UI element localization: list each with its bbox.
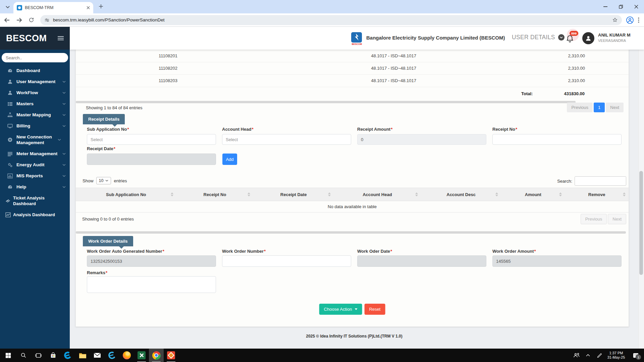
task-view-icon [35,353,42,358]
mail-button[interactable] [90,349,105,362]
sidebar-item-help[interactable]: Help [0,181,70,192]
chevron-down-icon [62,81,66,83]
receipt-no-input[interactable] [492,134,622,145]
sidebar-item-user-management[interactable]: User Management [0,76,70,87]
remarks-textarea[interactable] [87,276,216,293]
microsoft-store-button[interactable] [46,349,60,362]
bookmark-star-icon[interactable] [612,17,618,23]
notification-count-badge: 899 [570,31,578,36]
address-bar[interactable]: bescom.trm.ieasybill.com/PSanction/Power… [40,15,622,25]
site-settings-icon[interactable] [44,17,50,23]
work-order-amount-input[interactable] [492,255,622,267]
window-restore-button[interactable] [613,0,629,13]
work-order-amount-label: Work Order Amount* [492,249,536,254]
user-details-menu[interactable]: USER DETAILS [512,34,565,41]
plus-circle-icon [7,137,13,142]
sidebar-item-analysis-dashboard[interactable]: Analysis Dashboard [0,209,70,220]
sidebar-item-master-mapping[interactable]: Master Mapping [0,109,70,120]
menu-kebab-icon[interactable] [638,17,639,23]
form-actions: Choose Action Reset [319,304,385,315]
folder-icon [79,352,87,359]
sidebar-item-mis-reports[interactable]: MIS Reports [0,170,70,181]
sidebar-item-dashboard[interactable]: Dashboard [0,65,70,76]
previous-page-button[interactable]: Previous [581,214,607,224]
previous-page-button[interactable]: Previous [567,103,593,112]
trm-app-button[interactable] [164,349,178,362]
notifications-button[interactable]: 899 [563,30,579,47]
firefox-button[interactable] [119,349,134,362]
chrome-button[interactable] [149,349,164,362]
sidebar: BESCOM Dashboard User Management WorkFlo… [0,27,70,349]
scrollbar-thumb[interactable] [639,171,643,275]
sub-application-no-select[interactable] [87,134,216,145]
table-search-input[interactable] [575,176,626,186]
sidebar-item-masters[interactable]: Masters [0,98,70,109]
work-order-date-label: Work Oder Date* [357,249,392,254]
sidebar-item-meter-management[interactable]: Meter Management [0,148,70,159]
internet-explorer-button[interactable] [105,349,119,362]
column-header-sub-application-no[interactable]: Sub Application No [76,188,176,201]
sidebar-search-input[interactable] [5,55,65,61]
tray-expand-button[interactable] [582,349,594,362]
sidebar-item-ticket-analysis-dashboard[interactable]: Ticket Analysis Dashboard [0,192,70,209]
total-value: 431830.00 [538,91,585,96]
window-minimize-button[interactable] [598,0,613,13]
column-header-receipt-date[interactable]: Receipt Date [253,188,334,201]
windows-ink-button[interactable] [594,349,605,362]
horizontal-scrollbar[interactable] [76,101,576,103]
empty-table-message: No data available in table [76,201,629,213]
user-avatar[interactable] [582,32,594,44]
column-header-account-head[interactable]: Account Head [334,188,421,201]
clock-time: 1:37 PM [605,351,627,355]
people-button[interactable] [571,349,582,362]
receipt-amount-input[interactable] [357,134,486,145]
sort-icon [328,191,331,198]
task-view-button[interactable] [31,349,46,362]
profile-icon[interactable] [626,16,634,24]
tab-search-chevron-icon[interactable] [3,3,12,11]
taskbar-search-button[interactable] [16,349,31,362]
window-close-button[interactable] [629,0,644,13]
total-label: Total: [521,91,533,96]
add-receipt-button[interactable]: Add [222,154,237,165]
page-1-button[interactable]: 1 [594,103,605,112]
column-header-remove[interactable]: Remove [565,188,629,201]
url-text[interactable]: bescom.trm.ieasybill.com/PSanction/Power… [53,17,609,22]
new-tab-button[interactable] [97,2,105,11]
sidebar-item-billing[interactable]: Billing [0,120,70,131]
file-explorer-button[interactable] [75,349,90,362]
next-page-button[interactable]: Next [608,214,626,224]
forward-icon[interactable] [14,15,24,25]
work-order-number-input[interactable] [222,255,351,267]
account-head-select[interactable] [222,134,351,145]
action-center-button[interactable]: 1 [627,349,644,362]
sitemap-icon [7,112,13,118]
back-icon[interactable] [2,15,12,25]
sidebar-item-energy-audit[interactable]: Energy Audit [0,159,70,170]
sidebar-item-new-connection-management[interactable]: New Connection Management [0,131,70,148]
tab-close-icon[interactable] [87,6,90,9]
hamburger-menu-icon[interactable] [58,38,64,39]
reload-icon[interactable] [26,15,36,25]
work-order-date-input[interactable] [357,255,486,267]
work-order-auto-number-input[interactable] [87,255,216,267]
vertical-scrollbar[interactable] [638,27,644,349]
receipt-date-input[interactable] [87,154,216,165]
horizontal-scrollbar[interactable] [76,231,626,234]
next-page-button[interactable]: Next [606,103,624,112]
excel-button[interactable] [134,349,149,362]
caret-down-icon [355,308,357,311]
page-size-select[interactable]: 10 [96,177,111,184]
reset-button[interactable]: Reset [364,304,385,315]
taskbar-clock[interactable]: 1:37 PM 31-May-25 [605,351,627,360]
choose-action-button[interactable]: Choose Action [319,304,362,315]
edge-button[interactable] [60,349,75,362]
column-header-receipt-no[interactable]: Receipt No [176,188,254,201]
receipt-pagination: Previous Next [581,214,626,224]
column-header-amount[interactable]: Amount [501,188,565,201]
start-button[interactable] [0,349,16,362]
user-name: ANIL KUMAR M [598,33,631,38]
browser-tab[interactable]: BESCOM-TRM [13,2,93,13]
column-header-account-desc[interactable]: Account Desc [421,188,501,201]
sidebar-item-workflow[interactable]: WorkFlow [0,87,70,98]
